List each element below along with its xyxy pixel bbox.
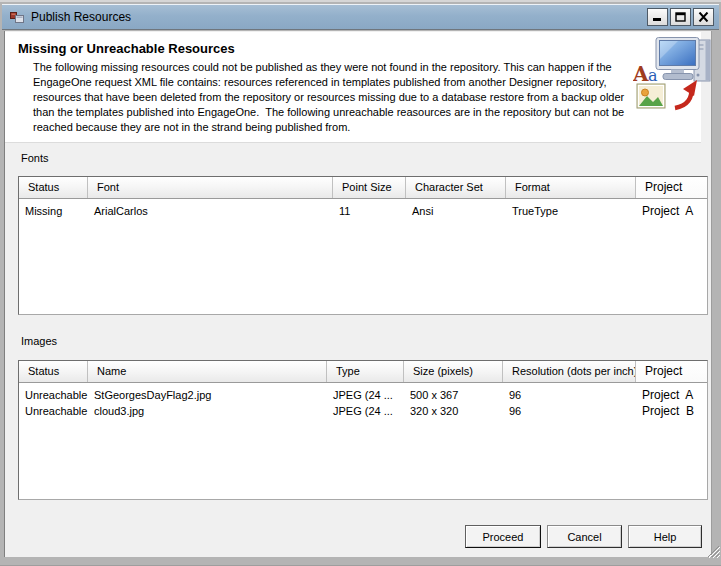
- fonts-col-character-set[interactable]: Character Set: [406, 177, 506, 198]
- maximize-icon: [675, 12, 686, 22]
- svg-text:A: A: [633, 62, 649, 86]
- images-col-status[interactable]: Status: [19, 361, 88, 382]
- table-row[interactable]: Unreachable StGeorgesDayFlag2.jpg JPEG (…: [19, 387, 707, 403]
- header-band: Missing or Unreachable Resources The fol…: [5, 32, 701, 143]
- fonts-table-body: Missing ArialCarlos 11 Ansi TrueType Pro…: [19, 199, 707, 219]
- cell-resolution: 96: [503, 403, 636, 419]
- proceed-button[interactable]: Proceed: [465, 525, 541, 548]
- cell-status: Unreachable: [19, 387, 88, 403]
- cell-size: 320 x 320: [404, 403, 503, 419]
- fonts-col-font[interactable]: Font: [88, 177, 333, 198]
- images-table-body: Unreachable StGeorgesDayFlag2.jpg JPEG (…: [19, 383, 707, 419]
- cancel-button[interactable]: Cancel: [547, 525, 622, 548]
- cell-name: cloud3.jpg: [88, 403, 327, 419]
- publish-arrow-icon: [675, 80, 697, 108]
- publish-resources-dialog: Publish Resources Missi: [0, 0, 721, 566]
- cell-type: JPEG (24 ...: [327, 403, 404, 419]
- app-icon: [9, 9, 25, 25]
- cell-project: Project A: [636, 387, 707, 403]
- fonts-section-label: Fonts: [21, 152, 49, 164]
- table-row[interactable]: Missing ArialCarlos 11 Ansi TrueType Pro…: [19, 203, 707, 219]
- fonts-col-point-size[interactable]: Point Size: [333, 177, 406, 198]
- computer-monitor-icon: [656, 38, 699, 80]
- cell-type: JPEG (24 ...: [327, 387, 404, 403]
- table-row[interactable]: Unreachable cloud3.jpg JPEG (24 ... 320 …: [19, 403, 707, 419]
- images-col-name[interactable]: Name: [88, 361, 327, 382]
- image-thumbnail-icon: [637, 84, 665, 108]
- cell-resolution: 96: [503, 387, 636, 403]
- fonts-col-format[interactable]: Format: [506, 177, 636, 198]
- cell-size: 500 x 367: [404, 387, 503, 403]
- svg-text:a: a: [648, 66, 658, 85]
- minimize-icon: [652, 12, 663, 22]
- fonts-col-status[interactable]: Status: [19, 177, 88, 198]
- cell-character-set: Ansi: [406, 203, 506, 219]
- fonts-images-computer-publish-icon: A a: [633, 37, 713, 113]
- maximize-button[interactable]: [670, 8, 691, 26]
- window-title: Publish Resources: [31, 10, 131, 24]
- cell-name: StGeorgesDayFlag2.jpg: [88, 387, 327, 403]
- window-controls: [647, 8, 714, 26]
- fonts-table: Status Font Point Size Character Set For…: [18, 176, 708, 315]
- close-icon: [698, 12, 709, 22]
- images-section-label: Images: [21, 335, 57, 347]
- resize-grip[interactable]: [706, 544, 720, 558]
- images-table: Status Name Type Size (pixels) Resolutio…: [18, 360, 708, 500]
- cell-font: ArialCarlos: [88, 203, 333, 219]
- cell-status: Unreachable: [19, 403, 88, 419]
- cell-point-size: 11: [333, 203, 406, 219]
- images-col-size[interactable]: Size (pixels): [404, 361, 503, 382]
- images-col-type[interactable]: Type: [327, 361, 404, 382]
- cell-status: Missing: [19, 203, 88, 219]
- fonts-col-project[interactable]: Project: [636, 177, 707, 198]
- titlebar[interactable]: Publish Resources: [2, 4, 719, 30]
- cell-project: Project B: [636, 403, 707, 419]
- images-col-project[interactable]: Project: [636, 361, 707, 382]
- description-text: The following missing resources could no…: [33, 60, 637, 135]
- dialog-client-area: Missing or Unreachable Resources The fol…: [4, 31, 712, 557]
- cell-format: TrueType: [506, 203, 636, 219]
- images-table-header: Status Name Type Size (pixels) Resolutio…: [19, 361, 707, 383]
- page-title: Missing or Unreachable Resources: [18, 41, 235, 56]
- fonts-table-header: Status Font Point Size Character Set For…: [19, 177, 707, 199]
- help-button[interactable]: Help: [628, 525, 702, 548]
- cell-project: Project A: [636, 203, 707, 219]
- minimize-button[interactable]: [647, 8, 668, 26]
- close-button[interactable]: [693, 8, 714, 26]
- images-col-resolution[interactable]: Resolution (dots per inch): [503, 361, 636, 382]
- font-aa-icon: A a: [633, 62, 658, 86]
